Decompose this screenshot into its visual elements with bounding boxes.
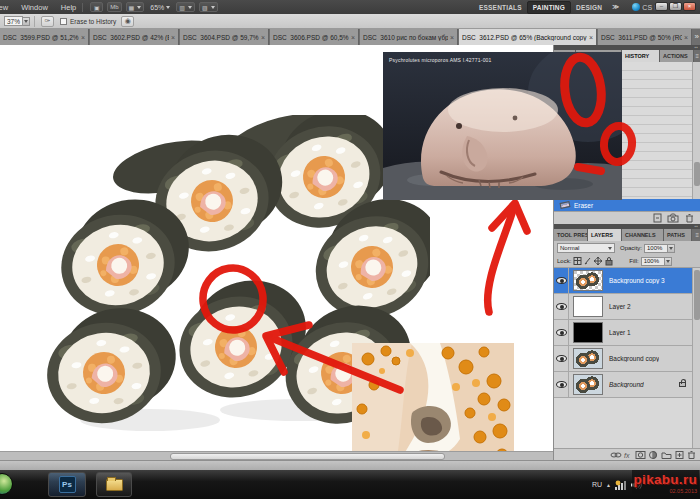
workspace-overflow-chevron[interactable]: ≫ bbox=[607, 1, 624, 13]
eye-icon bbox=[556, 277, 567, 284]
restore-button[interactable]: ❐ bbox=[669, 2, 682, 11]
opacity-value-field[interactable]: 37% bbox=[4, 16, 23, 26]
opacity-stepper[interactable] bbox=[23, 17, 30, 26]
fill-stepper[interactable] bbox=[665, 257, 672, 266]
workspace-design[interactable]: DESIGN bbox=[571, 2, 607, 13]
tab-layers[interactable]: LAYERS bbox=[588, 229, 622, 241]
menu-help[interactable]: Help bbox=[60, 3, 77, 12]
document-tab-active[interactable]: DSC_3612.PSD @ 65% (Background copy 1, R… bbox=[459, 29, 597, 45]
mini-bridge-button[interactable]: Mb bbox=[107, 2, 121, 12]
document-tab[interactable]: DSC_3610 рис по бокам убрать.PSD× bbox=[360, 29, 458, 45]
history-panel-actions bbox=[554, 211, 700, 224]
document-tab[interactable]: DSC_3604.PSD @ 59,7% (Bac...× bbox=[180, 29, 269, 45]
screen-mode-icon[interactable]: ▨ bbox=[199, 2, 218, 12]
language-indicator[interactable]: RU bbox=[592, 481, 602, 488]
panel-menu-icon[interactable]: ≡ bbox=[695, 229, 700, 241]
watermark: pikabu.ru 02.05.2013 bbox=[632, 470, 699, 494]
visibility-toggle[interactable] bbox=[554, 346, 569, 372]
chevron-down-icon bbox=[211, 6, 215, 9]
history-action-icons[interactable] bbox=[653, 213, 695, 223]
close-icon[interactable]: × bbox=[81, 34, 85, 41]
network-icon[interactable] bbox=[615, 480, 627, 490]
visibility-toggle[interactable] bbox=[554, 294, 569, 320]
opacity-stepper[interactable] bbox=[668, 244, 675, 253]
panel-collapse-icon[interactable]: ▪▪ bbox=[694, 225, 698, 228]
close-icon[interactable]: × bbox=[684, 34, 688, 41]
eye-icon bbox=[556, 355, 567, 362]
arrange-documents-icon[interactable]: ▥ bbox=[176, 2, 195, 12]
horizontal-scrollbar[interactable] bbox=[0, 451, 553, 460]
tray-expand-icon[interactable]: ▲ bbox=[606, 482, 611, 488]
close-icon[interactable]: × bbox=[589, 34, 593, 41]
tool-options-bar: 37% ✑ Erase to History ◉ bbox=[0, 14, 700, 29]
history-state-selected[interactable]: Eraser bbox=[554, 199, 700, 211]
panel-collapse-icon[interactable]: ▪▪ bbox=[694, 46, 698, 49]
scrollbar-thumb[interactable] bbox=[170, 453, 445, 460]
erase-to-history-label: Erase to History bbox=[70, 18, 116, 25]
eraser-icon bbox=[559, 201, 570, 209]
watermark-date: 02.05.2013 bbox=[634, 488, 697, 494]
close-icon[interactable]: × bbox=[351, 34, 355, 41]
layer-opacity-field[interactable]: 100% bbox=[644, 244, 668, 253]
close-icon[interactable]: × bbox=[261, 34, 265, 41]
tab-history[interactable]: HISTORY bbox=[622, 50, 660, 62]
cs-live-icon bbox=[632, 3, 640, 11]
layer-fill-field[interactable]: 100% bbox=[641, 257, 665, 266]
layers-action-icons[interactable]: fx bbox=[610, 450, 696, 460]
close-icon[interactable]: × bbox=[171, 34, 175, 41]
layers-blend-row: Normal Opacity: 100% bbox=[554, 241, 700, 255]
menu-view[interactable]: View bbox=[0, 3, 9, 12]
tab-paths[interactable]: PATHS bbox=[664, 229, 692, 241]
blobfish-photo: Psychrolutes microporos AMS I.42771-001 bbox=[383, 52, 622, 200]
tab-actions[interactable]: ACTIONS bbox=[660, 50, 694, 62]
layer-thumbnail[interactable] bbox=[573, 322, 603, 343]
tab-channels[interactable]: CHANNELS bbox=[622, 229, 664, 241]
layer-row[interactable]: Layer 2 bbox=[554, 294, 692, 320]
document-tab[interactable]: DSC_3606.PSD @ 60,5% (Laye...× bbox=[270, 29, 359, 45]
workspace-essentials[interactable]: ESSENTIALS bbox=[474, 2, 527, 13]
taskbar-explorer-button[interactable] bbox=[96, 472, 132, 497]
layer-thumbnail[interactable] bbox=[573, 348, 603, 369]
document-tab-bar: DSC_3599.PSD @ 51,2% (Laye...× DSC_3602.… bbox=[0, 29, 700, 45]
visibility-toggle[interactable] bbox=[554, 320, 569, 346]
layer-row[interactable]: Background bbox=[554, 372, 692, 398]
panel-menu-icon[interactable]: ≡ bbox=[695, 50, 700, 62]
visibility-toggle[interactable] bbox=[554, 372, 569, 398]
airbrush-icon[interactable]: ✑ bbox=[41, 16, 54, 27]
menu-window[interactable]: Window bbox=[20, 3, 49, 12]
document-tab[interactable]: DSC_3602.PSD @ 42% (Backg...× bbox=[90, 29, 179, 45]
divider bbox=[82, 3, 83, 12]
chevron-down-icon bbox=[608, 247, 612, 250]
lock-option-icons[interactable] bbox=[573, 256, 613, 266]
close-button[interactable]: × bbox=[683, 2, 696, 11]
layer-thumbnail[interactable] bbox=[573, 296, 603, 317]
tab-tool-presets[interactable]: TOOL PRESETS bbox=[554, 229, 588, 241]
history-scrollbar[interactable] bbox=[692, 62, 700, 199]
document-tab[interactable]: DSC_3599.PSD @ 51,2% (Laye...× bbox=[0, 29, 89, 45]
blend-mode-select[interactable]: Normal bbox=[557, 243, 615, 253]
workspace-painting[interactable]: PAINTING bbox=[527, 1, 571, 14]
taskbar-photoshop-button[interactable]: Ps bbox=[48, 472, 86, 497]
erase-to-history-checkbox[interactable] bbox=[60, 18, 67, 25]
tablet-pressure-icon[interactable]: ◉ bbox=[121, 16, 134, 27]
layer-row[interactable]: Layer 1 bbox=[554, 320, 692, 346]
view-extras-icon[interactable]: ▦ bbox=[126, 2, 145, 12]
eye-icon bbox=[556, 303, 567, 310]
visibility-toggle[interactable] bbox=[554, 268, 569, 294]
layer-row[interactable]: Background copy 3 bbox=[554, 268, 692, 294]
zoom-level-control[interactable]: 65% bbox=[150, 4, 170, 11]
layers-list: Background copy 3 Layer 2 Layer 1 Backgr… bbox=[554, 268, 692, 398]
document-tab[interactable]: DSC_3611.PSD @ 50% (RG...× bbox=[598, 29, 692, 45]
layer-thumbnail[interactable] bbox=[573, 270, 603, 291]
layer-row[interactable]: Background copy bbox=[554, 346, 692, 372]
close-icon[interactable]: × bbox=[450, 34, 454, 41]
tab-overflow-chevron[interactable]: » bbox=[695, 29, 699, 45]
scrollbar-thumb[interactable] bbox=[694, 270, 700, 320]
start-button[interactable] bbox=[0, 473, 13, 495]
layer-thumbnail[interactable] bbox=[573, 374, 603, 395]
minimize-button[interactable]: – bbox=[655, 2, 668, 11]
bridge-icon[interactable]: ▣ bbox=[90, 2, 103, 12]
windows-taskbar: Ps RU ▲ pikabu.ru 02.05.2013 bbox=[0, 470, 700, 499]
lock-icon bbox=[679, 382, 686, 387]
scrollbar-thumb[interactable] bbox=[694, 162, 700, 186]
